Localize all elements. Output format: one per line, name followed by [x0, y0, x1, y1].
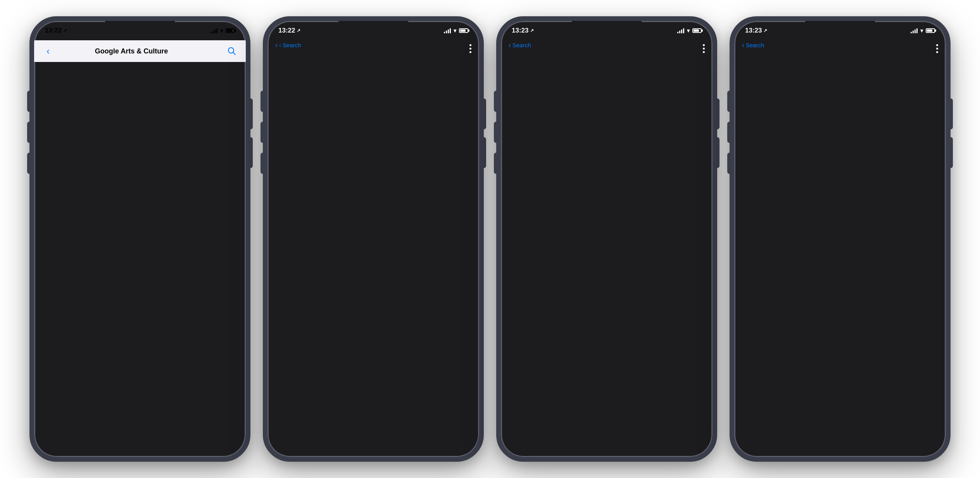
ar-buttons-1 — [199, 270, 238, 287]
svg-point-27 — [426, 122, 431, 127]
svg-line-1 — [233, 53, 236, 55]
screenshot-button-4[interactable] — [924, 432, 938, 445]
notch-4 — [805, 21, 875, 35]
status-time-1: 13:22 ↗ — [45, 27, 67, 34]
artwork-subtitle-1: Ambroise Dubois XVIth century - 2009 — [42, 288, 238, 294]
signal-icon-3 — [677, 28, 684, 33]
monitor — [505, 207, 543, 238]
person-scale-icon — [222, 271, 237, 285]
right-pink-4 — [892, 291, 946, 387]
location-arrow-icon: ↗ — [63, 28, 67, 33]
artwork-location-2: Castle of Clos Lucé — [275, 440, 471, 445]
carpet-dots-svg — [267, 194, 479, 387]
svg-point-16 — [212, 276, 214, 278]
mona-lisa-painting-1 — [34, 62, 246, 263]
svg-point-10 — [145, 140, 157, 147]
artwork-title-3: Mona Lisa, by Ambroise Dubois — [509, 426, 705, 433]
svg-rect-29 — [463, 153, 468, 164]
ar-person-button[interactable] — [221, 270, 238, 287]
artwork-info-1: Mona Lisa, by Ambroise Dubois — [34, 263, 246, 457]
svg-point-9 — [122, 140, 135, 147]
camera-view-2 — [267, 21, 479, 457]
search-icon-1 — [228, 47, 236, 55]
pix-link-text: New reality linked by Pix Link — [600, 190, 639, 205]
home-indicator-2 — [350, 451, 397, 453]
home-indicator-1 — [117, 451, 163, 453]
ar-cube-button[interactable] — [199, 270, 216, 287]
artwork-title-1: Mona Lisa, by Ambroise Dubois — [42, 270, 199, 277]
pix-link-tagline: New reality linked by — [600, 190, 639, 194]
status-icons-4: ▾ — [911, 28, 935, 34]
notch-1 — [105, 21, 175, 35]
svg-point-17 — [207, 282, 209, 284]
ar-pedestal: New reality linked by Pix Link — [560, 67, 653, 292]
status-time-4: 13:23 ↗ — [745, 27, 767, 34]
screenshot-button-3[interactable] — [691, 432, 705, 445]
chevron-up-icon: ⌃ — [137, 443, 143, 452]
back-nav-3[interactable]: ‹ Search — [509, 41, 531, 49]
svg-rect-31 — [267, 194, 479, 387]
search-button-1[interactable] — [226, 45, 238, 57]
artwork-location-1: Castle of Clos Lucé — [42, 294, 238, 301]
artwork-subtitle-4: Ambroise Dubois XVIth century - 2009 — [742, 433, 938, 439]
svg-point-37 — [610, 106, 621, 134]
battery-icon-3 — [692, 28, 702, 33]
artwork-subtitle-3: Ambroise Dubois XVIth century - 2009 — [509, 433, 705, 439]
keyboard — [505, 242, 551, 253]
ar-cube-icon — [201, 272, 214, 285]
status-time-2: 13:22 ↗ — [278, 27, 300, 34]
status-time-3: 13:23 ↗ — [512, 27, 534, 34]
artwork-subtitle-2: Ambroise Dubois XVIth century - 2009 — [275, 433, 471, 439]
battery-icon-4 — [926, 28, 935, 33]
home-indicator-3 — [583, 451, 630, 453]
artwork-title-2: Mona Lisa, by Ambroise Dubois — [275, 426, 471, 433]
signal-icon — [210, 28, 217, 33]
pedestal-base-3 — [560, 271, 653, 292]
status-icons-3: ▾ — [677, 28, 702, 34]
svg-point-19 — [212, 282, 214, 284]
canvas-artwork-svg — [763, 32, 894, 301]
svg-point-23 — [426, 64, 431, 69]
screenshot-icon-4 — [927, 435, 935, 442]
artwork-image-1 — [34, 62, 246, 263]
screenshot-icon-3 — [694, 435, 702, 442]
artwork-location-3: Castle of Clos Lucé — [509, 440, 705, 445]
left-shelf-4 — [734, 40, 761, 311]
svg-point-8 — [99, 95, 181, 138]
three-dots-menu-3[interactable] — [703, 44, 705, 53]
three-dots-menu-2[interactable] — [469, 44, 471, 53]
back-nav-4[interactable]: ‹ Search — [742, 41, 764, 49]
three-dots-menu-4[interactable] — [936, 44, 938, 53]
status-icons-1: ▾ — [210, 28, 235, 34]
artwork-title-4: Mona Lisa, by Ambroise Dubois — [742, 426, 938, 433]
action-bar-1 — [42, 305, 238, 329]
phone-screen-4: 13:23 ↗ ▾ ‹ Search — [734, 21, 946, 457]
svg-rect-28 — [394, 153, 399, 164]
dresser-furniture — [386, 40, 475, 164]
wifi-icon-4: ▾ — [920, 28, 923, 34]
status-icons-2: ▾ — [444, 28, 468, 34]
dresser-svg — [386, 40, 475, 164]
battery-icon — [226, 28, 235, 33]
tap-instruction-2: Tap & drag to place artwork in the room — [267, 257, 479, 273]
phone-4: 13:23 ↗ ▾ ‹ Search — [730, 16, 951, 462]
back-nav-2[interactable]: ‹ ‹ Search — [275, 41, 301, 49]
phone-2: 13:22 ↗ ▾ ‹ ‹ Search — [263, 16, 484, 462]
signal-icon-2 — [444, 28, 451, 33]
svg-rect-39 — [585, 193, 591, 199]
svg-point-25 — [426, 93, 431, 98]
pix-link-cube-icon — [575, 187, 595, 208]
notch-3 — [572, 21, 642, 35]
phone-screen-3: New reality linked by Pix Link 13:23 ↗ — [501, 21, 713, 457]
svg-rect-44 — [826, 183, 845, 211]
share-button[interactable] — [71, 311, 84, 323]
home-indicator-4 — [817, 451, 863, 453]
share-icon — [73, 312, 82, 322]
wifi-icon-3: ▾ — [687, 28, 690, 34]
pix-link-area: New reality linked by Pix Link — [571, 187, 643, 208]
phone-3: New reality linked by Pix Link 13:23 ↗ — [496, 16, 717, 462]
heart-button[interactable] — [50, 311, 62, 323]
heart-icon — [51, 313, 61, 322]
svg-point-20 — [228, 274, 231, 277]
pix-link-brand: Pix Link — [600, 194, 639, 205]
